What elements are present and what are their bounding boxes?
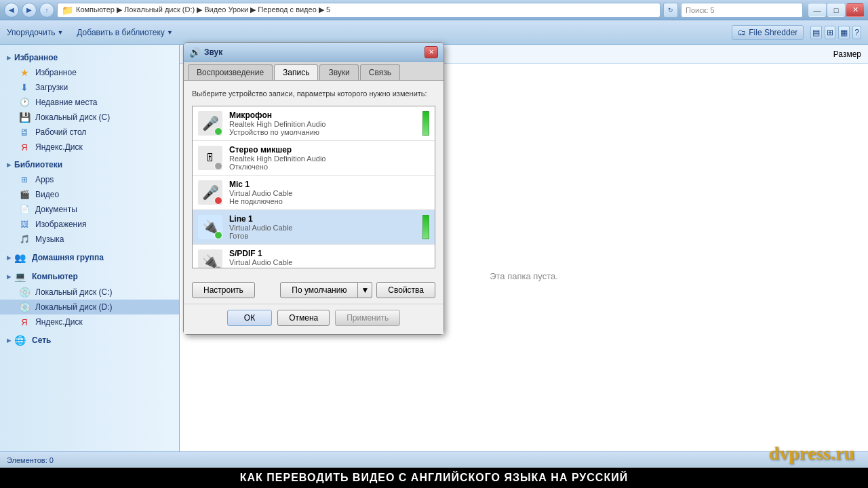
sidebar-libraries-label: Библиотеки bbox=[14, 160, 62, 169]
address-text: Компьютер ▶ Локальный диск (D:) ▶ Видео … bbox=[76, 5, 330, 14]
sidebar-item-favorites-star[interactable]: ★ Избранное bbox=[0, 65, 179, 80]
minimize-button[interactable]: — bbox=[808, 3, 826, 17]
sidebar-computer-header[interactable]: 💻 Компьютер bbox=[0, 268, 179, 285]
apply-button[interactable]: Применить bbox=[335, 310, 400, 326]
tab-record[interactable]: Запись bbox=[274, 64, 318, 80]
tab-link[interactable]: Связь bbox=[360, 64, 400, 80]
sidebar-item-yandex-computer[interactable]: Я Яндекс.Диск bbox=[0, 314, 179, 329]
sidebar-network-header[interactable]: 🌐 Сеть bbox=[0, 332, 179, 348]
line1-state: Готов bbox=[229, 232, 416, 240]
sidebar-favorites-section: Избранное ★ Избранное ⬇ Загрузки 🕐 Недав… bbox=[0, 50, 179, 155]
ok-button[interactable]: ОК bbox=[227, 310, 272, 326]
device-item-microphone[interactable]: 🎤 Микрофон Realtek High Definition Audio… bbox=[193, 106, 435, 141]
watermark: dvpress.ru bbox=[769, 443, 854, 464]
computer-icon: 💻 bbox=[14, 271, 26, 282]
sidebar-favorites-label: Избранное bbox=[14, 53, 58, 62]
maximize-button[interactable]: □ bbox=[827, 3, 845, 17]
disk-c-icon: 💿 bbox=[19, 287, 30, 298]
dialog-close-button[interactable]: ✕ bbox=[425, 46, 438, 58]
add-library-button[interactable]: Добавить в библиотеку ▼ bbox=[77, 28, 172, 37]
stereo-mixer-icon-wrap: 🎚 bbox=[198, 146, 222, 170]
device-item-spdif1[interactable]: 🔌 S/PDIF 1 Virtual Audio Cable Выключено… bbox=[193, 245, 435, 268]
device-item-stereo-mixer[interactable]: 🎚 Стерео микшер Realtek High Definition … bbox=[193, 141, 435, 176]
sidebar-item-apps[interactable]: ⊞ Apps bbox=[0, 172, 179, 187]
sidebar-item-local-d[interactable]: 💿 Локальный диск (D:) bbox=[0, 300, 179, 314]
properties-button[interactable]: Свойства bbox=[376, 282, 435, 298]
view-preview-icon[interactable]: ▦ bbox=[838, 26, 850, 39]
watermark-text: dvpress.ru bbox=[769, 443, 854, 464]
empty-folder-text: Эта папка пуста. bbox=[490, 271, 558, 281]
dialog-description: Выберите устройство записи, параметры ко… bbox=[192, 89, 435, 99]
sidebar-item-label: Локальный диск (C:) bbox=[35, 287, 113, 297]
sidebar-favorites-header[interactable]: Избранное bbox=[0, 50, 179, 65]
spdif1-icon-wrap: 🔌 bbox=[198, 249, 222, 268]
mic1-name: Mic 1 bbox=[229, 180, 429, 189]
nav-bar: ◀ ▶ ↑ 📁 Компьютер ▶ Локальный диск (D:) … bbox=[4, 3, 803, 18]
add-library-label: Добавить в библиотеку bbox=[77, 28, 165, 37]
sidebar-item-music[interactable]: 🎵 Музыка bbox=[0, 232, 179, 247]
device-item-mic1[interactable]: 🎤 Mic 1 Virtual Audio Cable Не подключен… bbox=[193, 176, 435, 210]
dialog-title-text: Звук bbox=[204, 47, 420, 57]
desktop-icon: 🖥 bbox=[19, 127, 30, 138]
sidebar-homegroup-section: 👥 Домашняя группа bbox=[0, 249, 179, 266]
mic1-icon-wrap: 🎤 bbox=[198, 180, 222, 205]
sidebar-network-section: 🌐 Сеть bbox=[0, 332, 179, 348]
microphone-icon-wrap: 🎤 bbox=[198, 111, 222, 136]
sidebar-item-recent[interactable]: 🕐 Недавние места bbox=[0, 95, 179, 110]
close-button[interactable]: ✕ bbox=[846, 3, 864, 17]
dialog-action-row: ОК Отмена Применить bbox=[184, 304, 443, 334]
tab-playback[interactable]: Воспроизведение bbox=[188, 64, 273, 80]
dialog-bottom-right: По умолчанию ▼ Свойства bbox=[280, 282, 435, 298]
refresh-button[interactable]: ↻ bbox=[663, 3, 678, 18]
device-list[interactable]: 🎤 Микрофон Realtek High Definition Audio… bbox=[192, 106, 435, 268]
default-dropdown-button[interactable]: ▼ bbox=[358, 282, 372, 298]
view-icons-icon[interactable]: ⊞ bbox=[825, 26, 835, 39]
help-icon[interactable]: ? bbox=[852, 26, 861, 39]
spdif1-name: S/PDIF 1 bbox=[229, 249, 429, 258]
sidebar-item-label: Недавние места bbox=[35, 98, 97, 107]
sidebar-item-local-c[interactable]: 💿 Локальный диск (C:) bbox=[0, 285, 179, 300]
organize-button[interactable]: Упорядочить ▼ bbox=[7, 28, 63, 37]
mic1-driver: Virtual Audio Cable bbox=[229, 189, 429, 197]
sidebar-item-documents[interactable]: 📄 Документы bbox=[0, 202, 179, 217]
sidebar-item-desktop[interactable]: 🖥 Рабочий стол bbox=[0, 125, 179, 140]
view-list-icon[interactable]: ▤ bbox=[810, 26, 822, 39]
sidebar-item-label: Apps bbox=[35, 175, 54, 184]
forward-button[interactable]: ▶ bbox=[22, 3, 37, 18]
title-bar: ◀ ▶ ↑ 📁 Компьютер ▶ Локальный диск (D:) … bbox=[0, 0, 868, 20]
spdif1-driver: Virtual Audio Cable bbox=[229, 258, 429, 266]
dialog-bottom: Настроить По умолчанию ▼ Свойства bbox=[184, 277, 443, 304]
up-button[interactable]: ↑ bbox=[39, 3, 54, 18]
sidebar-item-label: Локальный диск (C) bbox=[35, 113, 110, 122]
tab-sounds[interactable]: Звуки bbox=[319, 64, 358, 80]
mic1-state: Не подключено bbox=[229, 197, 429, 205]
address-bar[interactable]: 📁 Компьютер ▶ Локальный диск (D:) ▶ Виде… bbox=[57, 3, 660, 18]
sidebar-item-label: Яндекс.Диск bbox=[35, 317, 83, 327]
tab-record-label: Запись bbox=[283, 68, 309, 77]
sidebar-item-yandex-fav[interactable]: Я Яндекс.Диск bbox=[0, 140, 179, 155]
line1-icon-wrap: 🔌 bbox=[198, 215, 222, 239]
spdif1-status-dot bbox=[214, 266, 222, 268]
sidebar-item-downloads[interactable]: ⬇ Загрузки bbox=[0, 80, 179, 95]
sidebar-item-local-disk-c-fav[interactable]: 💾 Локальный диск (C) bbox=[0, 110, 179, 125]
line1-name: Line 1 bbox=[229, 214, 416, 224]
default-button[interactable]: По умолчанию bbox=[280, 282, 358, 298]
stereo-mixer-driver: Realtek High Definition Audio bbox=[229, 155, 429, 163]
sidebar-homegroup-header[interactable]: 👥 Домашняя группа bbox=[0, 249, 179, 266]
back-button[interactable]: ◀ bbox=[4, 3, 19, 18]
configure-button[interactable]: Настроить bbox=[192, 282, 255, 298]
sidebar-libraries-header[interactable]: Библиотеки bbox=[0, 157, 179, 172]
search-bar[interactable]: Поиск: 5 bbox=[681, 3, 803, 18]
organize-label: Упорядочить bbox=[7, 28, 55, 37]
disk-icon: 💾 bbox=[19, 112, 30, 123]
file-shredder-button[interactable]: 🗂 File Shredder bbox=[732, 25, 804, 40]
sidebar-item-video[interactable]: 🎬 Видео bbox=[0, 187, 179, 202]
toolbar-right: 🗂 File Shredder ▤ ⊞ ▦ ? bbox=[732, 25, 861, 40]
sidebar-item-label: Видео bbox=[35, 190, 59, 199]
line1-volume-indicator bbox=[422, 215, 429, 239]
device-item-line1[interactable]: 🔌 Line 1 Virtual Audio Cable Готов bbox=[193, 210, 435, 245]
sidebar-item-images[interactable]: 🖼 Изображения bbox=[0, 217, 179, 232]
sidebar: Избранное ★ Избранное ⬇ Загрузки 🕐 Недав… bbox=[0, 45, 180, 488]
cancel-button[interactable]: Отмена bbox=[277, 310, 330, 326]
spdif1-state: Выключено, не подключено bbox=[229, 266, 429, 268]
